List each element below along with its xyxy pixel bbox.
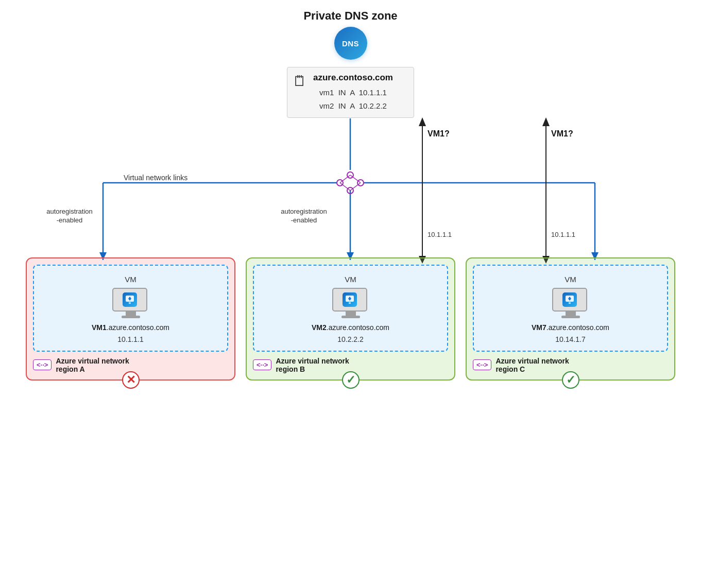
svg-line-31 bbox=[350, 183, 361, 191]
region-b-vm-icon bbox=[332, 288, 369, 317]
svg-text:-enabled: -enabled bbox=[57, 216, 83, 224]
region-c-outer: VM VM7.azure.contoso.com 10.14.1.7 <∙∙> bbox=[466, 257, 675, 381]
region-b-vm-name: VM2.azure.contoso.com bbox=[312, 323, 389, 333]
dns-record-box: 🗒 azure.contoso.com vm1 IN A 10.1.1.1 vm… bbox=[287, 67, 414, 118]
region-a-label: Azure virtual networkregion A bbox=[56, 357, 129, 373]
region-a-status: ✕ bbox=[122, 371, 140, 389]
region-c-vm-icon bbox=[552, 288, 589, 317]
region-c-vm-label: VM bbox=[565, 275, 576, 284]
region-b-vm-label: VM bbox=[345, 275, 356, 284]
region-c-vnet-badge: <∙∙> bbox=[473, 359, 491, 370]
region-c-cube-icon bbox=[560, 290, 579, 309]
region-c-status: ✓ bbox=[562, 371, 579, 389]
dns-record-2: vm2 IN A 10.2.2.2 bbox=[313, 99, 393, 113]
region-a-vm-icon bbox=[112, 288, 149, 317]
document-icon: 🗒 bbox=[293, 73, 307, 90]
region-a-outer: VM VM1.azure.contoso.com 10.1.1.1 <∙∙> bbox=[26, 257, 235, 381]
svg-line-33 bbox=[340, 175, 350, 183]
region-a-vm-ip: 10.1.1.1 bbox=[117, 335, 144, 343]
svg-point-27 bbox=[357, 180, 364, 186]
region-c-vm-name: VM7.azure.contoso.com bbox=[532, 323, 609, 333]
dns-icon: DNS bbox=[334, 27, 367, 60]
region-b-label: Azure virtual networkregion B bbox=[276, 357, 349, 373]
svg-point-26 bbox=[347, 172, 353, 178]
svg-text:autoregistration: autoregistration bbox=[281, 207, 327, 215]
region-b-vm-ip: 10.2.2.2 bbox=[337, 335, 364, 343]
svg-text:autoregistration: autoregistration bbox=[46, 207, 93, 215]
svg-rect-42 bbox=[569, 302, 571, 304]
region-b-outer: VM VM2.azure.contoso.com 10.2.2.2 <∙∙> bbox=[246, 257, 455, 381]
svg-rect-39 bbox=[349, 302, 351, 304]
region-c-label: Azure virtual networkregion C bbox=[495, 357, 569, 373]
page-title: Private DNS zone bbox=[303, 9, 397, 23]
svg-text:VM1?: VM1? bbox=[551, 129, 573, 138]
region-b-cube-icon bbox=[340, 290, 360, 309]
svg-point-29 bbox=[337, 180, 343, 186]
region-a-vm-name: VM1.azure.contoso.com bbox=[92, 323, 169, 333]
region-b-inner: VM VM2.azure.contoso.com 10.2.2.2 bbox=[253, 265, 448, 352]
svg-line-30 bbox=[350, 175, 361, 183]
region-b-status: ✓ bbox=[342, 371, 360, 389]
region-a-inner: VM VM1.azure.contoso.com 10.1.1.1 bbox=[33, 265, 228, 352]
region-a-vm-label: VM bbox=[125, 275, 136, 284]
svg-text:VM1?: VM1? bbox=[428, 129, 450, 138]
region-b-vnet-badge: <∙∙> bbox=[253, 359, 271, 370]
svg-point-28 bbox=[347, 187, 353, 194]
regions-row: VM VM1.azure.contoso.com 10.1.1.1 <∙∙> bbox=[26, 257, 675, 381]
svg-line-32 bbox=[340, 183, 350, 191]
svg-text:Virtual network links: Virtual network links bbox=[124, 174, 187, 182]
region-c-inner: VM VM7.azure.contoso.com 10.14.1.7 bbox=[473, 265, 668, 352]
region-a-vnet-badge: <∙∙> bbox=[33, 359, 52, 370]
region-a-cube-icon bbox=[120, 290, 140, 309]
svg-marker-10 bbox=[419, 117, 426, 126]
svg-text:10.1.1.1: 10.1.1.1 bbox=[428, 231, 452, 238]
svg-text:-enabled: -enabled bbox=[291, 216, 317, 224]
svg-rect-36 bbox=[129, 302, 131, 304]
svg-marker-12 bbox=[542, 117, 550, 126]
region-c-vm-ip: 10.14.1.7 bbox=[555, 335, 585, 343]
dns-domain: azure.contoso.com bbox=[313, 73, 393, 83]
diagram-container: Private DNS zone DNS 🗒 azure.contoso.com… bbox=[0, 0, 701, 588]
svg-text:10.1.1.1: 10.1.1.1 bbox=[551, 231, 575, 238]
dns-record-1: vm1 IN A 10.1.1.1 bbox=[313, 86, 393, 99]
